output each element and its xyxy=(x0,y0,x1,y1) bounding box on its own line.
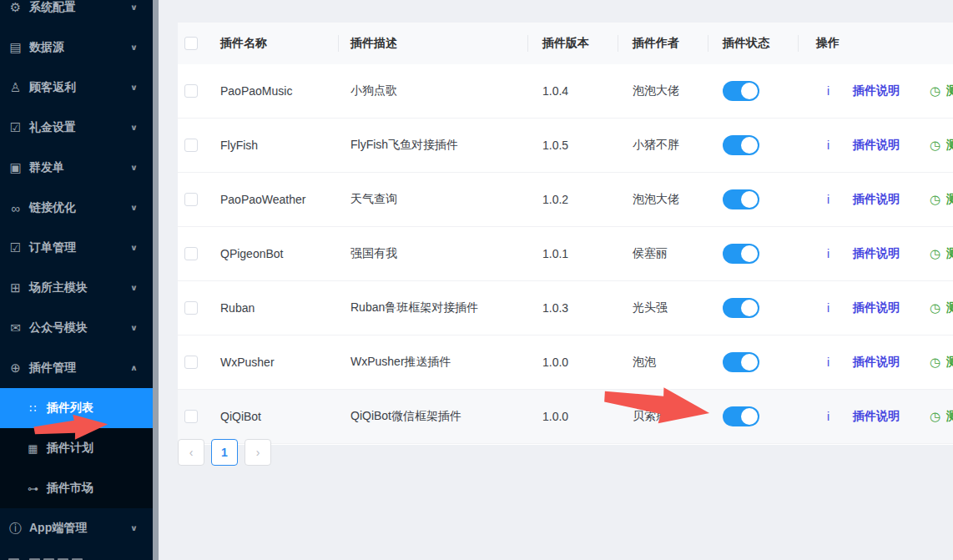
pagination-page-1-button[interactable]: 1 xyxy=(211,439,238,466)
plugin-doc-link[interactable]: 插件说明 xyxy=(853,246,900,261)
sidebar-item-label: 插件管理 xyxy=(29,361,76,376)
row-checkbox[interactable] xyxy=(184,356,198,369)
clock-icon[interactable]: ◷ xyxy=(930,409,940,424)
sidebar-item-venue-grid[interactable]: ⊞场所主模块∨ xyxy=(0,268,153,308)
col-header-plugin-desc: 插件描述 xyxy=(350,36,397,51)
sidebar-item-label: 群发单 xyxy=(29,160,64,175)
plugin-doc-link[interactable]: 插件说明 xyxy=(853,83,900,98)
chevron-down-icon: ∨ xyxy=(130,523,138,532)
sidebar-item-link[interactable]: ∞链接优化∨ xyxy=(0,188,153,228)
row-checkbox[interactable] xyxy=(184,247,198,260)
row-checkbox[interactable] xyxy=(184,301,198,315)
table-row: RubanRuban鲁班框架对接插件1.0.3光头强i插件说明◷测 xyxy=(178,281,953,335)
sidebar-item-label: 系统配置 xyxy=(29,0,76,15)
plugin-doc-link[interactable]: 插件说明 xyxy=(853,192,900,207)
sidebar-item-label: 顾客返利 xyxy=(29,80,76,95)
header-divider xyxy=(618,35,618,52)
toggle-knob xyxy=(741,191,758,208)
sidebar-item-label: 公众号模块 xyxy=(29,320,88,335)
sidebar-subitem-label: 插件列表 xyxy=(47,401,93,416)
clock-icon[interactable]: ◷ xyxy=(930,192,940,207)
order-shield-icon: ☑ xyxy=(8,240,23,255)
chevron-up-icon: ∧ xyxy=(130,363,138,372)
sidebar-item-label: 链接优化 xyxy=(29,200,76,215)
plugin-doc-link[interactable]: 插件说明 xyxy=(853,138,900,153)
info-icon[interactable]: i xyxy=(827,410,829,423)
plugin-version-cell: 1.0.1 xyxy=(542,247,568,260)
pagination-prev-button[interactable]: ‹ xyxy=(178,439,204,466)
gift-badge-icon: ☑ xyxy=(8,120,23,135)
sidebar-item-wechat-chat[interactable]: ✉公众号模块∨ xyxy=(0,308,153,348)
header-divider xyxy=(527,35,528,52)
sidebar-menu: ⚙系统配置∨▤数据源∨♙顾客返利∨☑礼金设置∨▣群发单∨∞链接优化∨☑订单管理∨… xyxy=(0,0,153,560)
sidebar-item-app-info-circle[interactable]: ⓘApp端管理∨ xyxy=(0,508,153,548)
row-checkbox[interactable] xyxy=(184,84,198,98)
info-icon[interactable]: i xyxy=(827,139,829,152)
col-header-actions: 操作 xyxy=(816,36,840,51)
plugin-status-toggle[interactable] xyxy=(723,135,759,155)
sidebar-scrollbar[interactable] xyxy=(153,0,159,560)
plugin-doc-link[interactable]: 插件说明 xyxy=(853,300,900,315)
clipped-action-link[interactable]: 测 xyxy=(946,192,953,207)
plugin-status-toggle[interactable] xyxy=(723,298,759,318)
plugin-doc-link[interactable]: 插件说明 xyxy=(853,409,900,424)
plugin-status-toggle[interactable] xyxy=(723,406,759,426)
clipped-action-link[interactable]: 测 xyxy=(946,83,953,98)
info-icon[interactable]: i xyxy=(827,356,829,369)
pagination-next-button[interactable]: › xyxy=(245,439,271,466)
info-icon[interactable]: i xyxy=(827,247,829,260)
plugin-author-cell: 侯塞丽 xyxy=(633,246,668,261)
row-checkbox[interactable] xyxy=(184,410,198,423)
plugin-doc-link[interactable]: 插件说明 xyxy=(853,355,900,370)
select-all-checkbox[interactable] xyxy=(184,37,198,50)
sidebar-item-gear[interactable]: ⚙系统配置∨ xyxy=(0,0,153,28)
sidebar-item-gift-badge[interactable]: ☑礼金设置∨ xyxy=(0,108,153,148)
sidebar-item-bulk-send[interactable]: ▣群发单∨ xyxy=(0,148,153,188)
clock-icon[interactable]: ◷ xyxy=(930,138,940,153)
plugin-status-toggle[interactable] xyxy=(723,81,759,101)
clipped-action-link[interactable]: 测 xyxy=(946,355,953,370)
wechat-chat-icon: ✉ xyxy=(8,320,23,335)
pagination: ‹ 1 › xyxy=(178,439,278,466)
table-row: PaoPaoMusic小狗点歌1.0.4泡泡大佬i插件说明◷测 xyxy=(178,64,953,119)
sidebar-item-label: 礼金设置 xyxy=(29,120,76,135)
sidebar-subitem-label: 插件计划 xyxy=(47,441,93,456)
row-checkbox[interactable] xyxy=(184,139,198,152)
sidebar-item-label: App端管理 xyxy=(29,521,87,536)
sidebar-item-plugin-sphere[interactable]: ⊕插件管理∧ xyxy=(0,348,153,388)
sidebar-subitem-plugin-market-plug[interactable]: ⊶插件市场 xyxy=(0,468,153,508)
toggle-knob xyxy=(741,408,758,425)
info-icon[interactable]: i xyxy=(827,301,829,315)
sidebar-item-order-shield[interactable]: ☑订单管理∨ xyxy=(0,228,153,268)
sidebar-subitem-label: 插件市场 xyxy=(47,481,93,496)
clipped-action-link[interactable]: 测 xyxy=(946,138,953,153)
plugin-status-toggle[interactable] xyxy=(723,244,759,264)
plugin-status-toggle[interactable] xyxy=(723,189,759,209)
clock-icon[interactable]: ◷ xyxy=(930,246,940,261)
clock-icon[interactable]: ◷ xyxy=(930,300,940,315)
toggle-knob xyxy=(741,245,758,262)
clock-icon[interactable]: ◷ xyxy=(930,355,940,370)
plugin-desc-cell: FlyFish飞鱼对接插件 xyxy=(350,138,458,153)
toggle-knob xyxy=(741,83,758,99)
clipped-action-link[interactable]: 测 xyxy=(946,246,953,261)
table-body: PaoPaoMusic小狗点歌1.0.4泡泡大佬i插件说明◷测FlyFishFl… xyxy=(178,64,953,444)
row-checkbox[interactable] xyxy=(184,193,198,206)
plugin-desc-cell: QiQiBot微信框架插件 xyxy=(350,409,461,424)
sidebar-item-datasource[interactable]: ▤数据源∨ xyxy=(0,28,153,68)
info-icon[interactable]: i xyxy=(827,193,829,206)
plugin-author-cell: 泡泡 xyxy=(633,355,656,370)
sidebar-subitem-plugin-list-grid[interactable]: ∷插件列表 xyxy=(0,388,153,428)
info-icon[interactable]: i xyxy=(827,84,829,98)
sidebar-subitem-plugin-plan-calendar[interactable]: ▦插件计划 xyxy=(0,428,153,468)
clipped-action-link[interactable]: 测 xyxy=(946,300,953,315)
col-header-plugin-name: 插件名称 xyxy=(220,36,267,51)
plugin-desc-cell: Ruban鲁班框架对接插件 xyxy=(350,300,478,315)
clock-icon[interactable]: ◷ xyxy=(930,83,940,98)
sidebar-item-person[interactable]: ♙顾客返利∨ xyxy=(0,68,153,108)
plugin-name-cell: PaoPaoMusic xyxy=(220,84,292,98)
plugin-status-toggle[interactable] xyxy=(723,352,759,372)
table-row: WxPusherWxPusher推送插件1.0.0泡泡i插件说明◷测 xyxy=(178,335,953,390)
clipped-action-link[interactable]: 测 xyxy=(946,409,953,424)
plugin-name-cell: QiQiBot xyxy=(220,410,261,423)
